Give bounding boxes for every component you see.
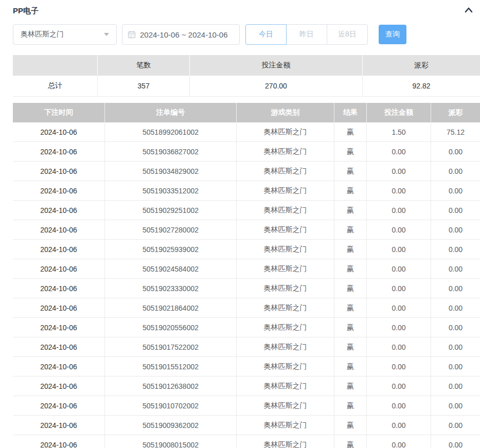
table-cell: 50519021864002 <box>105 298 237 317</box>
table-cell: 奥林匹斯之门 <box>237 240 334 259</box>
summary-header-row: 笔数 投注金额 派彩 <box>13 55 480 76</box>
table-row: 2024-10-0650519033512002奥林匹斯之门赢0.000.00 <box>13 181 480 201</box>
column-header-payout: 派彩 <box>431 103 480 122</box>
table-cell: 50519009362002 <box>105 416 237 435</box>
table-cell: 0.00 <box>367 337 431 356</box>
panel-header: PP电子 <box>13 4 480 17</box>
table-cell: 0.00 <box>431 201 480 220</box>
summary-total-row: 总计 357 270.00 92.82 <box>13 76 480 97</box>
table-cell: 0.00 <box>431 318 480 337</box>
table-row: 2024-10-0650519027280002奥林匹斯之门赢0.000.00 <box>13 220 480 240</box>
table-cell: 奥林匹斯之门 <box>237 337 334 356</box>
yesterday-button[interactable]: 昨日 <box>286 24 327 45</box>
table-row: 2024-10-0650519034829002奥林匹斯之门赢0.000.00 <box>13 162 480 181</box>
table-row: 2024-10-0650519029251002奥林匹斯之门赢0.000.00 <box>13 201 480 220</box>
quick-range-button-group: 今日 昨日 近8日 <box>245 24 368 45</box>
table-cell: 0.00 <box>367 181 431 200</box>
table-cell: 2024-10-06 <box>13 181 105 200</box>
summary-total-bet-amount: 270.00 <box>190 76 363 96</box>
table-cell: 赢 <box>334 396 367 415</box>
table-cell: 0.00 <box>367 240 431 259</box>
table-row: 2024-10-0650519010702002奥林匹斯之门赢0.000.00 <box>13 396 480 416</box>
table-cell: 奥林匹斯之门 <box>237 259 334 278</box>
table-cell: 奥林匹斯之门 <box>237 122 334 141</box>
chevron-up-icon <box>464 6 474 15</box>
table-cell: 0.00 <box>431 416 480 435</box>
table-cell: 0.00 <box>367 220 431 239</box>
summary-table: 笔数 投注金额 派彩 总计 357 270.00 92.82 <box>13 55 480 97</box>
table-cell: 赢 <box>334 416 367 435</box>
search-button[interactable]: 查询 <box>379 25 406 44</box>
table-cell: 0.00 <box>431 298 480 317</box>
summary-header-payout: 派彩 <box>363 55 480 76</box>
table-cell: 0.00 <box>431 396 480 415</box>
game-select-value: 奥林匹斯之门 <box>21 30 64 39</box>
date-range-input[interactable]: 2024-10-06 ~ 2024-10-06 <box>122 24 240 45</box>
table-cell: 2024-10-06 <box>13 201 105 220</box>
table-cell: 50519036827002 <box>105 142 237 161</box>
table-row: 2024-10-0650519015512002奥林匹斯之门赢0.000.00 <box>13 357 480 377</box>
table-cell: 50519015512002 <box>105 357 237 376</box>
table-cell: 50519010702002 <box>105 396 237 415</box>
table-cell: 2024-10-06 <box>13 318 105 337</box>
table-row: 2024-10-0650519021864002奥林匹斯之门赢0.000.00 <box>13 298 480 318</box>
table-cell: 0.00 <box>367 396 431 415</box>
table-cell: 0.00 <box>367 201 431 220</box>
table-cell: 0.00 <box>367 318 431 337</box>
table-cell: 2024-10-06 <box>13 279 105 298</box>
summary-total-label: 总计 <box>13 76 98 96</box>
table-cell: 75.12 <box>431 122 480 141</box>
table-header-row: 下注时间 注单编号 游戏类别 结果 投注金额 派彩 <box>13 103 480 122</box>
table-cell: 赢 <box>334 181 367 200</box>
table-cell: 2024-10-06 <box>13 357 105 376</box>
table-cell: 0.00 <box>431 181 480 200</box>
table-row: 2024-10-0650519012638002奥林匹斯之门赢0.000.00 <box>13 377 480 396</box>
table-cell: 赢 <box>334 298 367 317</box>
table-row: 2024-10-0650519020556002奥林匹斯之门赢0.000.00 <box>13 318 480 337</box>
column-header-result: 结果 <box>334 103 367 122</box>
table-cell: 0.00 <box>431 357 480 376</box>
table-row: 2024-10-0650519023330002奥林匹斯之门赢0.000.00 <box>13 279 480 298</box>
table-cell: 50519033512002 <box>105 181 237 200</box>
table-cell: 奥林匹斯之门 <box>237 181 334 200</box>
table-cell: 50518992061002 <box>105 122 237 141</box>
table-cell: 赢 <box>334 357 367 376</box>
table-cell: 0.00 <box>431 337 480 356</box>
table-cell: 50519025939002 <box>105 240 237 259</box>
table-cell: 0.00 <box>367 435 431 448</box>
table-cell: 2024-10-06 <box>13 377 105 396</box>
table-cell: 1.50 <box>367 122 431 141</box>
summary-header-empty <box>13 55 98 76</box>
table-cell: 0.00 <box>431 377 480 396</box>
table-cell: 0.00 <box>367 357 431 376</box>
filter-bar: 奥林匹斯之门 2024-10-06 ~ 2024-10-06 <box>13 24 480 45</box>
table-cell: 奥林匹斯之门 <box>237 298 334 317</box>
last-8-days-button[interactable]: 近8日 <box>327 24 368 45</box>
today-button[interactable]: 今日 <box>245 24 287 45</box>
table-cell: 2024-10-06 <box>13 122 105 141</box>
table-row: 2024-10-0650519036827002奥林匹斯之门赢0.000.00 <box>13 142 480 162</box>
pp-games-panel: PP电子 奥林匹斯之门 <box>0 0 480 448</box>
bet-records-table: 下注时间 注单编号 游戏类别 结果 投注金额 派彩 2024-10-065051… <box>13 103 480 448</box>
table-cell: 赢 <box>334 435 367 448</box>
table-cell: 2024-10-06 <box>13 396 105 415</box>
date-range-value: 2024-10-06 ~ 2024-10-06 <box>140 30 228 39</box>
table-cell: 2024-10-06 <box>13 298 105 317</box>
summary-header-bet-amount: 投注金额 <box>190 55 363 76</box>
table-cell: 奥林匹斯之门 <box>237 377 334 396</box>
table-cell: 0.00 <box>367 259 431 278</box>
table-cell: 0.00 <box>431 162 480 181</box>
game-select[interactable]: 奥林匹斯之门 <box>13 24 117 45</box>
table-row: 2024-10-0650519017522002奥林匹斯之门赢0.000.00 <box>13 337 480 357</box>
table-cell: 0.00 <box>367 162 431 181</box>
table-cell: 奥林匹斯之门 <box>237 357 334 376</box>
table-cell: 0.00 <box>431 279 480 298</box>
collapse-button[interactable] <box>464 6 474 15</box>
table-cell: 2024-10-06 <box>13 142 105 161</box>
table-cell: 赢 <box>334 279 367 298</box>
table-cell: 奥林匹斯之门 <box>237 318 334 337</box>
table-cell: 2024-10-06 <box>13 337 105 356</box>
caret-down-icon <box>104 33 109 36</box>
table-cell: 50519029251002 <box>105 201 237 220</box>
table-cell: 奥林匹斯之门 <box>237 279 334 298</box>
